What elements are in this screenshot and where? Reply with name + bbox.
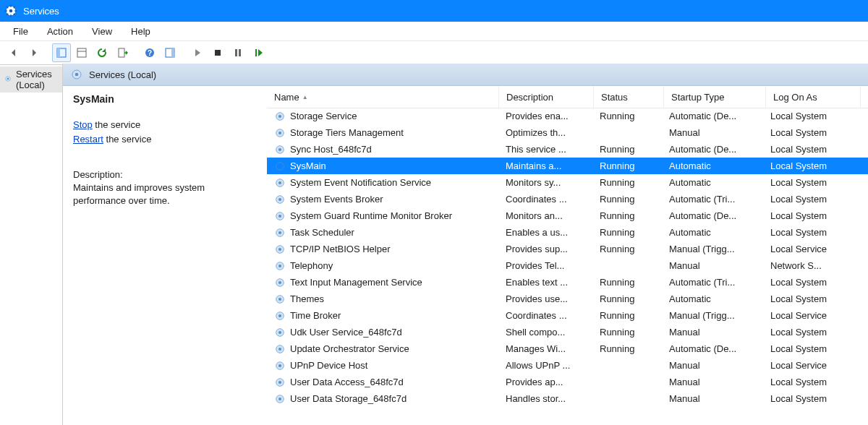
service-startup-type: Automatic (De... bbox=[662, 343, 763, 354]
description-text: Maintains and improves system performanc… bbox=[73, 181, 257, 207]
service-startup-type: Automatic (De... bbox=[662, 144, 763, 155]
service-log-on-as: Local System bbox=[763, 127, 857, 138]
services-list: Name▲ Description Status Startup Type Lo… bbox=[267, 86, 868, 425]
service-name: SysMain bbox=[290, 160, 326, 171]
svg-point-62 bbox=[278, 398, 281, 400]
svg-point-30 bbox=[278, 132, 281, 134]
service-row[interactable]: User Data Access_648fc7dProvides ap...Ma… bbox=[267, 374, 868, 390]
svg-rect-18 bbox=[171, 48, 174, 57]
help-button[interactable]: ? bbox=[140, 43, 159, 62]
service-row[interactable]: Task SchedulerEnables a us...RunningAuto… bbox=[267, 224, 868, 241]
service-log-on-as: Local System bbox=[763, 377, 857, 387]
service-name: Text Input Management Service bbox=[290, 277, 422, 288]
gear-icon bbox=[274, 260, 286, 272]
stop-service-link[interactable]: Stop bbox=[73, 119, 93, 130]
gear-icon bbox=[274, 210, 286, 222]
service-name: UPnP Device Host bbox=[290, 360, 367, 371]
export-list-button[interactable] bbox=[113, 43, 132, 62]
svg-point-34 bbox=[278, 165, 281, 168]
service-description: Optimizes th... bbox=[498, 127, 592, 138]
gear-icon bbox=[274, 377, 286, 388]
properties-button[interactable] bbox=[72, 43, 91, 62]
svg-point-52 bbox=[278, 314, 281, 317]
service-status: Running bbox=[592, 210, 662, 221]
refresh-button[interactable] bbox=[93, 43, 111, 62]
restart-service-suffix: the service bbox=[103, 134, 151, 145]
console-tree-root[interactable]: Services (Local) bbox=[0, 66, 62, 93]
pause-service-button[interactable] bbox=[229, 43, 247, 62]
gear-icon bbox=[4, 74, 12, 85]
menu-file[interactable]: File bbox=[4, 24, 37, 39]
service-row[interactable]: Storage ServiceProvides ena...RunningAut… bbox=[267, 108, 868, 124]
service-row[interactable]: Sync Host_648fc7dThis service ...Running… bbox=[267, 141, 868, 158]
service-row[interactable]: Text Input Management ServiceEnables tex… bbox=[267, 274, 868, 291]
service-startup-type: Automatic (Tri... bbox=[662, 277, 763, 288]
restart-service-link[interactable]: Restart bbox=[73, 134, 103, 145]
service-row[interactable]: UPnP Device HostAllows UPnP ...ManualLoc… bbox=[267, 357, 868, 374]
column-header-name[interactable]: Name▲ bbox=[267, 86, 499, 108]
column-header-log-on-as[interactable]: Log On As bbox=[766, 86, 861, 108]
service-name: Update Orchestrator Service bbox=[290, 343, 409, 354]
service-row[interactable]: System Events BrokerCoordinates ...Runni… bbox=[267, 191, 868, 207]
service-description: Enables a us... bbox=[498, 227, 592, 238]
service-startup-type: Manual (Trigg... bbox=[662, 310, 763, 321]
service-row[interactable]: Time BrokerCoordinates ...RunningManual … bbox=[267, 307, 868, 324]
svg-rect-21 bbox=[239, 49, 241, 56]
svg-rect-22 bbox=[255, 49, 257, 56]
service-name-cell: Storage Tiers Management bbox=[267, 127, 498, 139]
svg-point-32 bbox=[278, 148, 281, 151]
menu-action[interactable]: Action bbox=[38, 24, 82, 39]
service-status: Running bbox=[592, 244, 662, 254]
service-description: Coordinates ... bbox=[498, 194, 592, 205]
service-row[interactable]: Storage Tiers ManagementOptimizes th...M… bbox=[267, 124, 868, 141]
column-header-startup-type[interactable]: Startup Type bbox=[664, 86, 766, 108]
service-name-cell: Task Scheduler bbox=[267, 227, 498, 239]
service-startup-type: Automatic bbox=[662, 160, 763, 171]
gear-icon bbox=[274, 293, 286, 305]
menu-help[interactable]: Help bbox=[122, 24, 159, 39]
service-row[interactable]: System Guard Runtime Monitor BrokerMonit… bbox=[267, 207, 868, 224]
column-header-description[interactable]: Description bbox=[499, 86, 594, 108]
service-description: Monitors sy... bbox=[498, 177, 592, 188]
show-hide-tree-button[interactable] bbox=[52, 43, 71, 62]
start-service-button[interactable] bbox=[188, 43, 207, 62]
gear-icon bbox=[274, 111, 286, 122]
service-startup-type: Manual bbox=[662, 260, 763, 271]
svg-point-60 bbox=[278, 381, 281, 384]
description-label: Description: bbox=[73, 169, 257, 180]
service-row[interactable]: System Event Notification ServiceMonitor… bbox=[267, 174, 868, 191]
column-header-status[interactable]: Status bbox=[594, 86, 664, 108]
service-name: Time Broker bbox=[290, 310, 341, 321]
service-log-on-as: Local System bbox=[763, 343, 857, 354]
service-row[interactable]: SysMainMaintains a...RunningAutomaticLoc… bbox=[267, 158, 868, 174]
forward-button[interactable] bbox=[25, 43, 43, 62]
svg-rect-14 bbox=[119, 48, 124, 57]
console-tree: Services (Local) bbox=[0, 64, 63, 425]
service-name: Storage Tiers Management bbox=[290, 127, 404, 138]
service-row[interactable]: TCP/IP NetBIOS HelperProvides sup...Runn… bbox=[267, 241, 868, 257]
service-description: Provides use... bbox=[498, 293, 592, 304]
gear-icon bbox=[274, 227, 286, 239]
service-row[interactable]: User Data Storage_648fc7dHandles stor...… bbox=[267, 390, 868, 407]
show-hide-action-pane-button[interactable] bbox=[161, 43, 179, 62]
service-name-cell: Text Input Management Service bbox=[267, 277, 498, 288]
service-row[interactable]: Update Orchestrator ServiceManages Wi...… bbox=[267, 340, 868, 357]
service-log-on-as: Local System bbox=[763, 177, 857, 188]
service-name-cell: System Events Broker bbox=[267, 194, 498, 205]
service-name: User Data Access_648fc7d bbox=[290, 377, 404, 387]
service-log-on-as: Local System bbox=[763, 111, 857, 121]
service-name: System Events Broker bbox=[290, 194, 383, 205]
svg-point-48 bbox=[278, 281, 281, 284]
service-status: Running bbox=[592, 227, 662, 238]
service-row[interactable]: ThemesProvides use...RunningAutomaticLoc… bbox=[267, 291, 868, 307]
menu-view[interactable]: View bbox=[83, 24, 121, 39]
stop-service-button[interactable] bbox=[208, 43, 227, 62]
service-description: Enables text ... bbox=[498, 277, 592, 288]
back-button[interactable] bbox=[4, 43, 23, 62]
svg-point-54 bbox=[278, 331, 281, 334]
service-name: TCP/IP NetBIOS Helper bbox=[290, 244, 390, 254]
restart-service-button[interactable] bbox=[249, 43, 268, 62]
service-row[interactable]: TelephonyProvides Tel...ManualNetwork S.… bbox=[267, 257, 868, 274]
service-name-cell: System Event Notification Service bbox=[267, 177, 498, 189]
service-row[interactable]: Udk User Service_648fc7dShell compo...Ru… bbox=[267, 324, 868, 340]
